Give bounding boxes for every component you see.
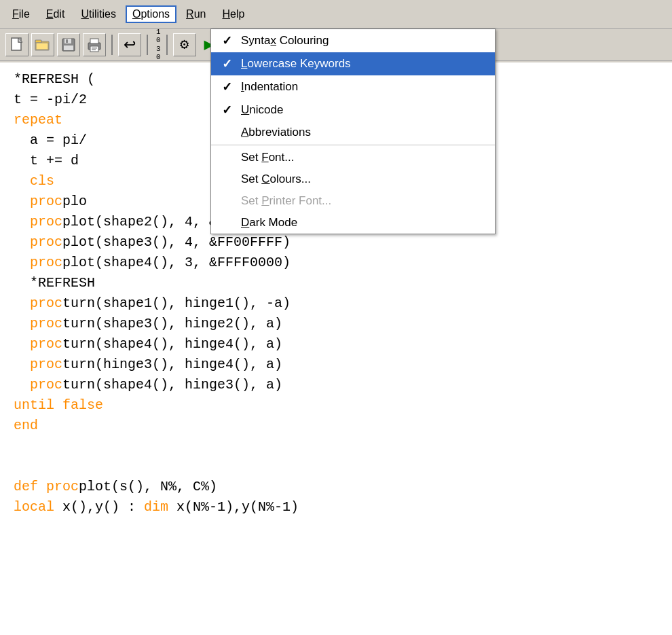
menu-item-set-font[interactable]: Set Font... bbox=[211, 147, 495, 168]
menu-item-abbreviations[interactable]: Abbreviations bbox=[211, 122, 495, 143]
label-indentation: Indentation bbox=[241, 80, 484, 94]
label-set-font: Set Font... bbox=[241, 151, 484, 164]
checkmark-lowercase: ✓ bbox=[222, 56, 241, 71]
label-set-printer-font: Set Printer Font... bbox=[241, 194, 484, 208]
label-set-colours: Set Colours... bbox=[241, 173, 484, 186]
label-lowercase-keywords: Lowercase Keywords bbox=[241, 57, 484, 71]
menu-item-lowercase-keywords[interactable]: ✓ Lowercase Keywords bbox=[211, 52, 495, 75]
label-abbreviations: Abbreviations bbox=[241, 126, 484, 139]
label-unicode: Unicode bbox=[241, 103, 484, 117]
menu-item-dark-mode[interactable]: Dark Mode bbox=[211, 212, 495, 234]
menu-item-set-printer-font: Set Printer Font... bbox=[211, 190, 495, 212]
checkmark-syntax: ✓ bbox=[222, 33, 241, 48]
menu-item-syntax-colouring[interactable]: ✓ Syntax Colouring bbox=[211, 29, 495, 52]
menu-item-unicode[interactable]: ✓ Unicode bbox=[211, 98, 495, 122]
label-dark-mode: Dark Mode bbox=[241, 216, 484, 230]
menu-item-indentation[interactable]: ✓ Indentation bbox=[211, 75, 495, 98]
options-dropdown: ✓ Syntax Colouring ✓ Lowercase Keywords … bbox=[210, 29, 496, 234]
dropdown-separator bbox=[211, 145, 495, 145]
checkmark-unicode: ✓ bbox=[222, 103, 241, 117]
label-syntax-colouring: Syntax Colouring bbox=[241, 34, 484, 48]
menu-item-set-colours[interactable]: Set Colours... bbox=[211, 168, 495, 190]
checkmark-indentation: ✓ bbox=[222, 79, 241, 94]
dropdown-overlay[interactable]: ✓ Syntax Colouring ✓ Lowercase Keywords … bbox=[0, 0, 672, 635]
